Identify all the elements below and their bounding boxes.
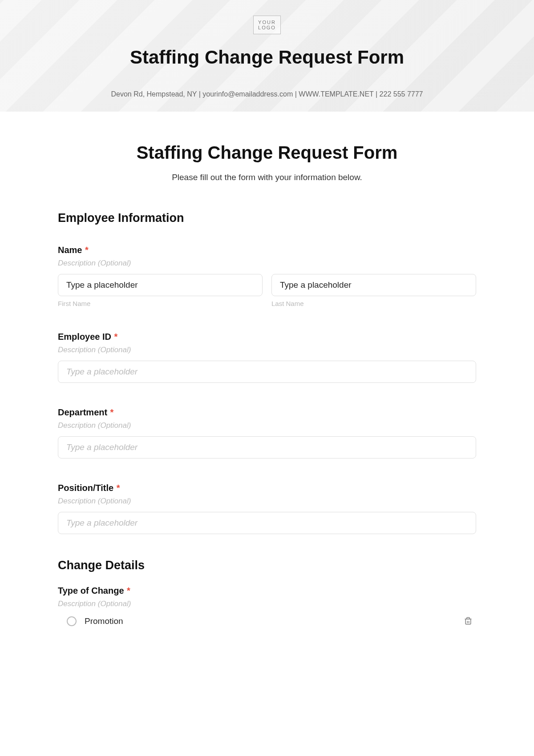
employee-id-label: Employee ID — [58, 332, 111, 342]
required-mark: * — [114, 332, 118, 342]
radio-promotion-label: Promotion — [85, 616, 123, 626]
first-name-sublabel: First Name — [58, 300, 263, 307]
header-banner: YOUR LOGO Staffing Change Request Form D… — [0, 0, 534, 112]
employee-id-description: Description (Optional) — [58, 346, 476, 354]
position-description: Description (Optional) — [58, 497, 476, 506]
form-subtitle: Please fill out the form with your infor… — [58, 173, 476, 182]
required-mark: * — [127, 586, 130, 595]
field-name: Name * Description (Optional) First Name… — [58, 245, 476, 307]
required-mark: * — [117, 483, 120, 493]
last-name-input[interactable] — [271, 274, 476, 296]
field-position: Position/Title * Description (Optional) — [58, 483, 476, 534]
logo-placeholder: YOUR LOGO — [253, 16, 281, 34]
form-title: Staffing Change Request Form — [58, 143, 476, 163]
required-mark: * — [110, 407, 114, 417]
department-label: Department — [58, 407, 107, 417]
section-employee-information: Employee Information — [58, 211, 476, 225]
logo-text-line2: LOGO — [258, 25, 276, 30]
trash-icon[interactable] — [464, 616, 473, 626]
section-change-details: Change Details — [58, 559, 476, 572]
required-mark: * — [85, 245, 89, 255]
position-label: Position/Title — [58, 483, 113, 493]
radio-option-promotion-row: Promotion — [58, 615, 476, 628]
employee-id-input[interactable] — [58, 361, 476, 383]
field-employee-id: Employee ID * Description (Optional) — [58, 332, 476, 383]
svg-rect-0 — [465, 619, 471, 624]
position-input[interactable] — [58, 512, 476, 534]
radio-promotion[interactable] — [67, 616, 77, 626]
field-type-of-change: Type of Change * Description (Optional) … — [58, 586, 476, 628]
name-description: Description (Optional) — [58, 259, 476, 268]
last-name-sublabel: Last Name — [271, 300, 476, 307]
type-of-change-description: Description (Optional) — [58, 599, 476, 608]
field-department: Department * Description (Optional) — [58, 407, 476, 458]
first-name-input[interactable] — [58, 274, 263, 296]
department-input[interactable] — [58, 436, 476, 458]
header-contact-info: Devon Rd, Hempstead, NY | yourinfo@email… — [0, 90, 534, 98]
name-label: Name — [58, 245, 82, 255]
type-of-change-label: Type of Change — [58, 586, 124, 595]
header-title: Staffing Change Request Form — [0, 47, 534, 68]
form-content: Staffing Change Request Form Please fill… — [0, 112, 534, 650]
department-description: Description (Optional) — [58, 421, 476, 430]
logo-text-line1: YOUR — [258, 20, 276, 25]
